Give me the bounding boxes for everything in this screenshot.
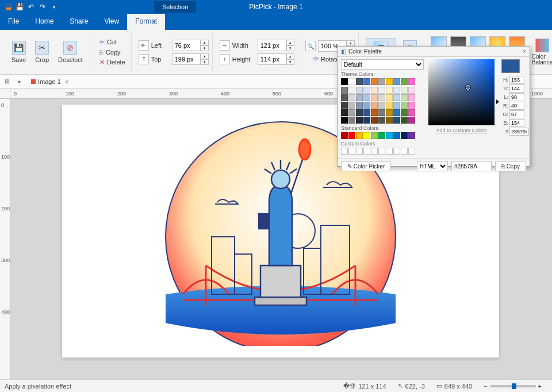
color-swatch[interactable]	[386, 109, 393, 116]
color-swatch[interactable]	[341, 109, 348, 116]
close-icon[interactable]: ×	[523, 48, 526, 55]
color-swatch[interactable]	[408, 94, 415, 101]
document-tab[interactable]: Image 1 ×	[28, 78, 74, 85]
delete-button[interactable]: ✕Delete	[97, 57, 128, 67]
top-spinner[interactable]: ▲▼	[172, 53, 209, 65]
close-tab-icon[interactable]: ×	[63, 78, 70, 85]
color-swatch[interactable]	[356, 94, 363, 101]
color-balance-button[interactable]: ColorBalance	[528, 36, 552, 68]
custom-color-slot[interactable]	[393, 148, 400, 155]
color-swatch[interactable]	[371, 132, 378, 139]
color-swatch[interactable]	[363, 78, 370, 85]
color-swatch[interactable]	[348, 78, 355, 85]
color-swatch[interactable]	[356, 109, 363, 116]
custom-color-slot[interactable]	[356, 148, 363, 155]
color-swatch[interactable]	[371, 78, 378, 85]
hex-input-small[interactable]	[509, 128, 529, 136]
tab-share[interactable]: Share	[62, 14, 96, 30]
color-picker-button[interactable]: ✎ Color Picker	[341, 162, 391, 171]
color-swatch[interactable]	[371, 117, 378, 124]
color-swatch[interactable]	[401, 132, 408, 139]
zoom-slider[interactable]	[490, 385, 536, 387]
color-swatch[interactable]	[408, 109, 415, 116]
tab-grid-icon[interactable]: ⊞	[2, 77, 12, 86]
color-swatch[interactable]	[378, 78, 385, 85]
custom-color-slot[interactable]	[386, 148, 393, 155]
color-swatch[interactable]	[386, 94, 393, 101]
custom-color-slot[interactable]	[363, 148, 370, 155]
copy-button[interactable]: ⎘Copy	[97, 48, 128, 57]
color-swatch[interactable]	[393, 87, 400, 94]
custom-color-slot[interactable]	[341, 148, 348, 155]
hex-input[interactable]	[451, 161, 492, 171]
color-swatch[interactable]	[378, 109, 385, 116]
color-swatch[interactable]	[408, 102, 415, 109]
color-swatch[interactable]	[348, 94, 355, 101]
width-input[interactable]	[258, 40, 286, 51]
tab-view[interactable]: View	[96, 14, 127, 30]
custom-color-slot[interactable]	[348, 148, 355, 155]
color-swatch[interactable]	[371, 87, 378, 94]
cut-button[interactable]: ✂Cut	[97, 37, 128, 47]
color-swatch[interactable]	[378, 117, 385, 124]
save-button[interactable]: 💾Save	[8, 39, 29, 66]
color-swatch[interactable]	[341, 132, 348, 139]
color-swatch[interactable]	[393, 78, 400, 85]
preset-select[interactable]: Default	[341, 59, 424, 70]
zoom-knob[interactable]	[512, 383, 516, 389]
color-swatch[interactable]	[408, 132, 415, 139]
color-swatch[interactable]	[401, 102, 408, 109]
color-swatch[interactable]	[393, 132, 400, 139]
color-swatch[interactable]	[393, 117, 400, 124]
spin-up-icon[interactable]: ▲	[201, 40, 209, 45]
spin-down-icon[interactable]: ▼	[201, 45, 209, 51]
h-input[interactable]	[509, 76, 524, 84]
color-swatch[interactable]	[363, 87, 370, 94]
color-swatch[interactable]	[363, 102, 370, 109]
color-swatch[interactable]	[363, 109, 370, 116]
color-swatch[interactable]	[393, 102, 400, 109]
left-input[interactable]	[172, 40, 201, 51]
color-swatch[interactable]	[378, 94, 385, 101]
custom-color-slot[interactable]	[408, 148, 415, 155]
color-swatch[interactable]	[341, 87, 348, 94]
color-swatch[interactable]	[401, 117, 408, 124]
color-swatch[interactable]	[356, 132, 363, 139]
deselect-button[interactable]: ⊘Deselect	[55, 39, 86, 66]
color-swatch[interactable]	[408, 87, 415, 94]
s-input[interactable]	[509, 84, 524, 93]
color-swatch[interactable]	[401, 87, 408, 94]
color-swatch[interactable]	[348, 109, 355, 116]
color-swatch[interactable]	[378, 87, 385, 94]
color-swatch[interactable]	[401, 78, 408, 85]
color-swatch[interactable]	[401, 94, 408, 101]
color-palette-dialog[interactable]: ◧ Color Palette × Default Theme Colors S…	[337, 46, 530, 167]
zoom-in-icon[interactable]: +	[538, 383, 542, 390]
color-swatch[interactable]	[408, 117, 415, 124]
color-swatch[interactable]	[371, 94, 378, 101]
r-input[interactable]	[509, 102, 524, 110]
color-swatch[interactable]	[348, 102, 355, 109]
color-swatch[interactable]	[356, 78, 363, 85]
spin-down-icon[interactable]: ▼	[201, 59, 209, 65]
color-swatch[interactable]	[386, 117, 393, 124]
add-to-custom-link[interactable]: Add to Custom Colors	[428, 127, 494, 134]
save-icon[interactable]: 💾	[15, 2, 24, 11]
color-swatch[interactable]	[393, 109, 400, 116]
zoom-out-icon[interactable]: −	[484, 383, 487, 390]
dialog-header[interactable]: ◧ Color Palette ×	[338, 47, 530, 57]
color-swatch[interactable]	[348, 117, 355, 124]
copy-button[interactable]: ⎘ Copy	[495, 162, 526, 171]
color-swatch[interactable]	[386, 132, 393, 139]
color-swatch[interactable]	[386, 78, 393, 85]
spin-down-icon[interactable]: ▼	[286, 45, 294, 51]
b-input[interactable]	[509, 119, 524, 127]
color-swatch[interactable]	[408, 78, 415, 85]
color-swatch[interactable]	[341, 102, 348, 109]
custom-color-slot[interactable]	[401, 148, 408, 155]
color-swatch[interactable]	[378, 132, 385, 139]
color-swatch[interactable]	[386, 87, 393, 94]
g-input[interactable]	[509, 110, 524, 118]
color-swatch[interactable]	[348, 132, 355, 139]
left-spinner[interactable]: ▲▼	[172, 40, 209, 51]
